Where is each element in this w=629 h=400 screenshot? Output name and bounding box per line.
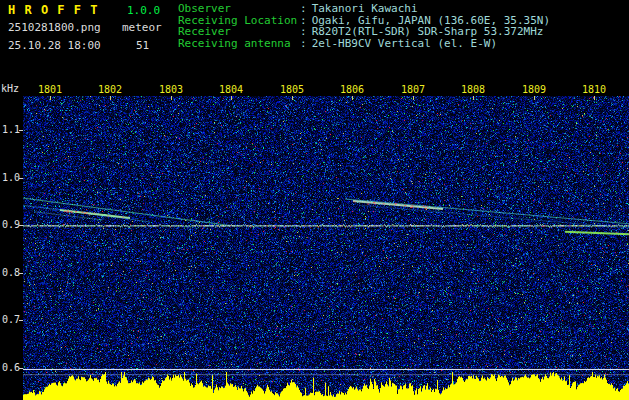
x-tick-label: 1805 <box>280 84 304 95</box>
x-tick-label: 1802 <box>98 84 122 95</box>
app-version: 1.0.0 <box>127 4 160 17</box>
x-tick-label: 1803 <box>159 84 183 95</box>
hrofft-window: H R O F F T 1.0.0 2510281800.png meteor … <box>0 0 629 400</box>
x-tick-label: 1810 <box>582 84 606 95</box>
y-tick-label: 1.0 <box>2 173 20 183</box>
x-tick-label: 1809 <box>522 84 546 95</box>
x-tick-label: 1807 <box>401 84 425 95</box>
x-tick-label: 1806 <box>340 84 364 95</box>
spectrogram-canvas <box>23 96 629 400</box>
y-tick-label: 0.9 <box>2 220 20 230</box>
info-label: Observer <box>178 3 300 15</box>
info-label: Receiver <box>178 26 300 38</box>
station-info: Observer:Takanori Kawachi Receiving Loca… <box>178 3 550 49</box>
info-value: 2el-HB9CV Vertical (el. E-W) <box>312 37 497 50</box>
x-tick-label: 1801 <box>38 84 62 95</box>
y-tick-label: 1.1 <box>2 125 20 135</box>
y-tick-label: 0.6 <box>2 363 20 373</box>
mode-label: meteor <box>122 21 162 34</box>
output-filename: 2510281800.png <box>8 21 101 34</box>
observation-datetime: 25.10.28 18:00 <box>8 39 101 52</box>
info-row-antenna: Receiving antenna:2el-HB9CV Vertical (el… <box>178 38 550 50</box>
y-tick-label: 0.8 <box>2 268 20 278</box>
y-axis-unit-label: kHz <box>1 83 19 94</box>
y-tick-label: 0.7 <box>2 315 20 325</box>
x-tick-label: 1808 <box>461 84 485 95</box>
x-tick-label: 1804 <box>219 84 243 95</box>
echo-count: 51 <box>136 39 149 52</box>
info-separator: : <box>300 37 307 50</box>
info-label: Receiving antenna <box>178 38 300 50</box>
app-title: H R O F F T <box>8 3 98 17</box>
